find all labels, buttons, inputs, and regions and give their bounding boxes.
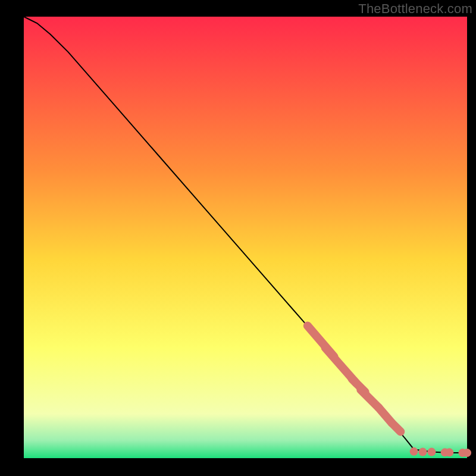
watermark-text: TheBottleneck.com <box>358 1 472 17</box>
tail-dot <box>427 448 436 456</box>
plot-area <box>24 17 467 458</box>
tail-dot <box>463 449 471 457</box>
tail-dot <box>419 448 427 456</box>
tail-dot <box>445 448 453 456</box>
chart-canvas <box>0 0 476 476</box>
tail-dot <box>410 447 418 456</box>
